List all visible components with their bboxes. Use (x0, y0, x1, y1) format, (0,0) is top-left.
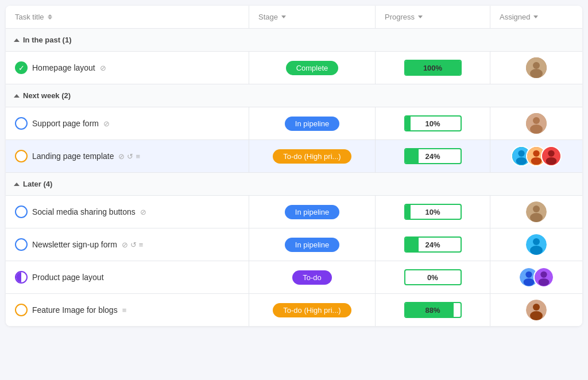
task-icons: ⊘ (100, 64, 106, 72)
progress-text: 100% (405, 64, 461, 72)
header-progress[interactable]: Progress (376, 6, 490, 28)
progress-bar: 10% (404, 204, 462, 220)
progress-bar: 10% (404, 115, 462, 131)
svg-point-29 (530, 311, 543, 320)
progress-bar: 0% (404, 269, 462, 285)
refresh-icon: ↺ (127, 152, 133, 161)
header-assigned-label: Assigned (500, 13, 530, 21)
avatar-cell (490, 107, 582, 139)
progress-text: 88% (405, 306, 461, 315)
avatar-cell (490, 294, 582, 326)
task-name-cell[interactable]: Support page form ⊘ (6, 107, 249, 139)
stage-badge: To-do (High pri...) (273, 303, 351, 317)
avatar-img (526, 113, 547, 134)
group-label: In the past (1) (23, 36, 72, 44)
avatar-cell (490, 52, 582, 84)
stage-badge: To-do (292, 270, 332, 285)
list-icon: ≡ (139, 241, 144, 249)
task-name-cell[interactable]: Product page layout (6, 261, 249, 293)
avatar-cell (490, 261, 582, 293)
status-blue-icon (15, 205, 28, 218)
chevron-icon (14, 38, 20, 42)
task-name-cell[interactable]: ✓ Homepage layout ⊘ (6, 52, 249, 84)
task-name: Newsletter sign-up form (32, 240, 117, 249)
svg-point-5 (530, 125, 543, 134)
stage-cell[interactable]: In pipeline (249, 228, 376, 261)
task-name: Product page layout (32, 273, 104, 282)
task-name-cell[interactable]: Social media sharing buttons ⊘ (6, 196, 249, 228)
task-name-cell[interactable]: Feature Image for blogs ≡ (6, 294, 249, 326)
link-icon: ⊘ (103, 119, 110, 128)
avatar-cell (490, 196, 582, 228)
progress-cell[interactable]: 24% (376, 228, 490, 261)
stage-cell[interactable]: Complete (249, 52, 376, 84)
avatar-img (526, 300, 547, 320)
svg-point-8 (516, 157, 527, 165)
link-icon: ⊘ (100, 64, 106, 72)
task-row: Feature Image for blogs ≡ To-do (High pr… (6, 294, 582, 326)
svg-point-20 (530, 246, 543, 255)
avatar-img (542, 146, 560, 166)
stage-cell[interactable]: To-do (High pri...) (249, 294, 376, 326)
svg-point-17 (530, 213, 543, 222)
svg-point-7 (518, 150, 524, 157)
task-name-cell[interactable]: Newsletter sign-up form ⊘ ↺ ≡ (6, 228, 249, 261)
chevron-icon (14, 94, 20, 98)
header-task-title[interactable]: Task title (6, 6, 249, 28)
progress-dropdown-icon (418, 15, 423, 18)
svg-point-4 (533, 117, 540, 124)
list-icon: ≡ (136, 152, 140, 161)
progress-cell[interactable]: 24% (376, 140, 490, 172)
stage-dropdown-icon (281, 15, 286, 18)
header-assigned[interactable]: Assigned (490, 6, 582, 28)
task-row: Landing page template ⊘ ↺ ≡ To-do (High … (6, 140, 582, 173)
task-icons: ⊘ ↺ ≡ (122, 241, 144, 249)
progress-text: 0% (405, 273, 461, 282)
progress-bar: 24% (404, 148, 462, 164)
svg-point-22 (525, 272, 532, 278)
header-stage-label: Stage (258, 13, 278, 21)
task-name: Support page form (32, 119, 99, 128)
stage-cell[interactable]: To-do (249, 261, 376, 293)
progress-text: 24% (405, 152, 461, 161)
header-stage[interactable]: Stage (249, 6, 376, 28)
avatar (526, 113, 547, 134)
link-icon: ⊘ (140, 208, 146, 216)
status-orange-icon (15, 150, 28, 162)
progress-cell[interactable]: 10% (376, 196, 490, 228)
chevron-icon (14, 183, 20, 186)
svg-point-13 (548, 150, 554, 157)
task-name-cell[interactable]: Landing page template ⊘ ↺ ≡ (6, 140, 249, 172)
task-name: Social media sharing buttons (32, 207, 136, 216)
progress-bar: 88% (404, 302, 462, 318)
avatar (526, 300, 547, 320)
progress-cell[interactable]: 88% (376, 294, 490, 326)
avatar (526, 201, 547, 222)
group-label: Later (4) (23, 180, 52, 188)
status-blue-icon (15, 238, 28, 251)
task-icons: ⊘ (103, 119, 110, 128)
progress-cell[interactable]: 0% (376, 261, 490, 293)
avatar-img (535, 267, 553, 287)
status-blue-icon (15, 117, 28, 130)
stage-cell[interactable]: To-do (High pri...) (249, 140, 376, 172)
avatar (541, 146, 562, 166)
svg-point-28 (533, 304, 540, 311)
header-task-title-label: Task title (15, 13, 44, 21)
svg-point-11 (531, 157, 542, 165)
svg-point-26 (539, 278, 550, 286)
list-icon: ≡ (122, 306, 127, 315)
group-later[interactable]: Later (4) (6, 173, 582, 196)
group-in-the-past[interactable]: In the past (1) (6, 29, 582, 52)
svg-point-1 (533, 62, 540, 69)
avatar (526, 57, 547, 78)
group-next-week[interactable]: Next week (2) (6, 84, 582, 107)
avatar-img (526, 57, 547, 78)
stage-cell[interactable]: In pipeline (249, 107, 376, 139)
avatar (526, 234, 547, 255)
progress-cell[interactable]: 10% (376, 107, 490, 139)
progress-cell[interactable]: 100% (376, 52, 490, 84)
stage-badge: In pipeline (285, 205, 339, 219)
stage-cell[interactable]: In pipeline (249, 196, 376, 228)
task-icons: ≡ (122, 306, 127, 315)
